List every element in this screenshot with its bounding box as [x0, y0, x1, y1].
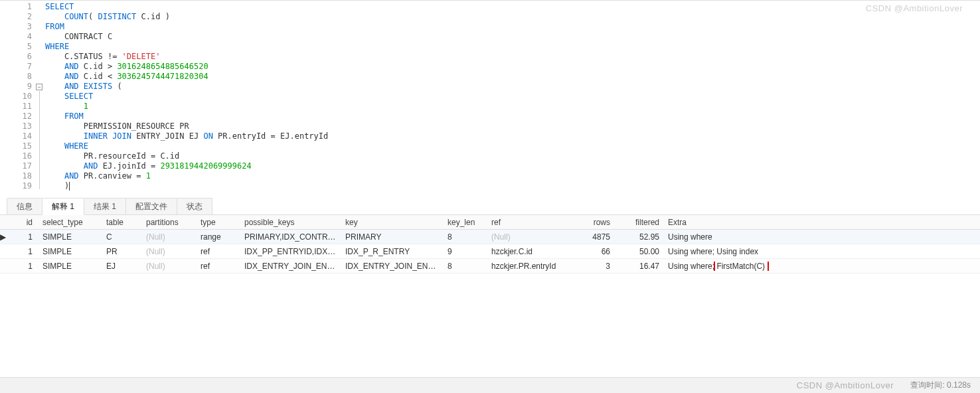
tab-4[interactable]: 状态 [177, 198, 212, 214]
col-possible-keys[interactable]: possible_keys [240, 218, 341, 227]
cell[interactable]: C [102, 232, 142, 242]
code-line[interactable]: AND EJ.joinId = 2931819442069999624 [45, 161, 328, 171]
cell[interactable]: 4875 [580, 232, 615, 242]
cell[interactable]: 3 [580, 262, 615, 271]
col-table[interactable]: table [102, 218, 142, 227]
line-number: 16 [0, 151, 32, 161]
cell[interactable]: IDX_PP_ENTRYID,IDX_PP_N [240, 247, 341, 256]
code-line[interactable]: PR.resourceId = C.id [45, 151, 328, 161]
code-line[interactable]: AND C.id < 3036245744471820304 [45, 72, 328, 82]
cell[interactable]: IDX_ENTRY_JOIN_ENTRYI [240, 262, 341, 271]
explain-grid[interactable]: id select_type table partitions type pos… [0, 215, 980, 274]
code-content[interactable]: SELECT COUNT( DISTINCT C.id )FROM CONTRA… [45, 2, 328, 198]
cell[interactable]: PR [102, 247, 142, 256]
status-bar: CSDN @AmbitionLover 查询时间: 0.128s [0, 377, 980, 393]
cell[interactable]: SIMPLE [39, 262, 102, 271]
cell[interactable]: EJ [102, 262, 142, 271]
cell[interactable]: hzckjer.PR.entryId [487, 262, 580, 271]
tab-0[interactable]: 信息 [7, 198, 42, 214]
code-line[interactable]: C.STATUS != 'DELETE' [45, 52, 328, 62]
line-number: 12 [0, 112, 32, 121]
cell[interactable]: (Null) [142, 262, 197, 271]
highlight-box [714, 262, 769, 271]
col-key[interactable]: key [341, 218, 444, 227]
cell[interactable]: ref [197, 262, 240, 271]
cell[interactable]: hzckjer.C.id [487, 247, 580, 256]
col-select-type[interactable]: select_type [39, 218, 102, 227]
col-type[interactable]: type [197, 218, 240, 227]
code-line[interactable]: COUNT( DISTINCT C.id ) [45, 12, 328, 22]
col-extra[interactable]: Extra [664, 218, 980, 227]
line-number: 15 [0, 141, 32, 151]
line-number: 1 [0, 2, 32, 12]
tab-3[interactable]: 配置文件 [125, 198, 177, 214]
line-number: 4 [0, 32, 32, 42]
cell[interactable]: range [197, 232, 240, 242]
code-line[interactable]: INNER JOIN ENTRY_JOIN EJ ON PR.entryId =… [45, 131, 328, 141]
fold-column: − [36, 2, 45, 198]
line-number: 5 [0, 42, 32, 52]
cell[interactable]: 1 [7, 262, 39, 271]
cell[interactable]: 8 [444, 232, 487, 242]
line-number: 14 [0, 131, 32, 141]
cell[interactable]: IDX_ENTRY_JOIN_ENTRYI [341, 262, 444, 271]
tab-2[interactable]: 结果 1 [84, 198, 126, 214]
cell[interactable]: 16.47 [615, 262, 664, 271]
fold-guide [39, 91, 40, 189]
cell[interactable]: (Null) [142, 232, 197, 242]
col-partitions[interactable]: partitions [142, 218, 197, 227]
cell[interactable]: 50.00 [615, 247, 664, 256]
line-number: 2 [0, 12, 32, 22]
code-line[interactable]: CONTRACT C [45, 32, 328, 42]
line-number: 6 [0, 52, 32, 62]
col-ref[interactable]: ref [487, 218, 580, 227]
status-query-time: 查询时间: 0.128s [910, 380, 971, 391]
cell[interactable]: Using where; FirstMatch(C) [664, 262, 980, 271]
col-id[interactable]: id [7, 218, 39, 227]
code-line[interactable]: FROM [45, 112, 328, 121]
table-row[interactable]: ▶1SIMPLEC(Null)rangePRIMARY,IDX_CONTRACT… [0, 230, 980, 244]
cell[interactable]: 9 [444, 247, 487, 256]
cell[interactable]: 66 [580, 247, 615, 256]
line-gutter: 12345678910111213141516171819 [0, 2, 36, 198]
line-number: 9 [0, 82, 32, 92]
table-row[interactable]: 1SIMPLEPR(Null)refIDX_PP_ENTRYID,IDX_PP_… [0, 244, 980, 259]
code-line[interactable]: SELECT [45, 92, 328, 102]
cell[interactable]: 52.95 [615, 232, 664, 242]
code-line[interactable]: FROM [45, 22, 328, 32]
cell[interactable]: SIMPLE [39, 247, 102, 256]
cell[interactable]: 1 [7, 247, 39, 256]
cell[interactable]: ref [197, 247, 240, 256]
cell[interactable]: (Null) [487, 232, 580, 242]
cell[interactable]: Using where [664, 232, 980, 242]
sql-editor[interactable]: 12345678910111213141516171819 − SELECT C… [0, 0, 980, 198]
col-rows[interactable]: rows [580, 218, 615, 227]
code-line[interactable]: WHERE [45, 42, 328, 52]
cell[interactable]: 8 [444, 262, 487, 271]
cell[interactable]: PRIMARY [341, 232, 444, 242]
col-key-len[interactable]: key_len [444, 218, 487, 227]
cell[interactable]: Using where; Using index [664, 247, 980, 256]
code-line[interactable]: AND EXISTS ( [45, 82, 328, 92]
code-line[interactable]: SELECT [45, 2, 328, 12]
code-line[interactable]: ) [45, 181, 328, 191]
fold-toggle-icon[interactable]: − [36, 84, 42, 90]
tab-1[interactable]: 解释 1 [42, 198, 84, 215]
line-number: 17 [0, 161, 32, 171]
cell[interactable]: IDX_P_R_ENTRY [341, 247, 444, 256]
col-filtered[interactable]: filtered [615, 218, 664, 227]
cell[interactable]: SIMPLE [39, 232, 102, 242]
table-row[interactable]: 1SIMPLEEJ(Null)refIDX_ENTRY_JOIN_ENTRYII… [0, 259, 980, 274]
cell[interactable]: ▶ [0, 232, 7, 242]
cell[interactable]: PRIMARY,IDX_CONTRACT [240, 232, 341, 242]
code-line[interactable]: PERMISSION_RESOURCE PR [45, 121, 328, 131]
line-number: 18 [0, 171, 32, 181]
line-number: 19 [0, 181, 32, 191]
cell[interactable]: 1 [7, 232, 39, 242]
cell[interactable]: (Null) [142, 247, 197, 256]
code-line[interactable]: 1 [45, 102, 328, 112]
code-line[interactable]: AND PR.canview = 1 [45, 171, 328, 181]
code-line[interactable]: AND C.id > 3016248654885646520 [45, 62, 328, 72]
code-line[interactable]: WHERE [45, 141, 328, 151]
grid-header-row: id select_type table partitions type pos… [0, 215, 980, 230]
